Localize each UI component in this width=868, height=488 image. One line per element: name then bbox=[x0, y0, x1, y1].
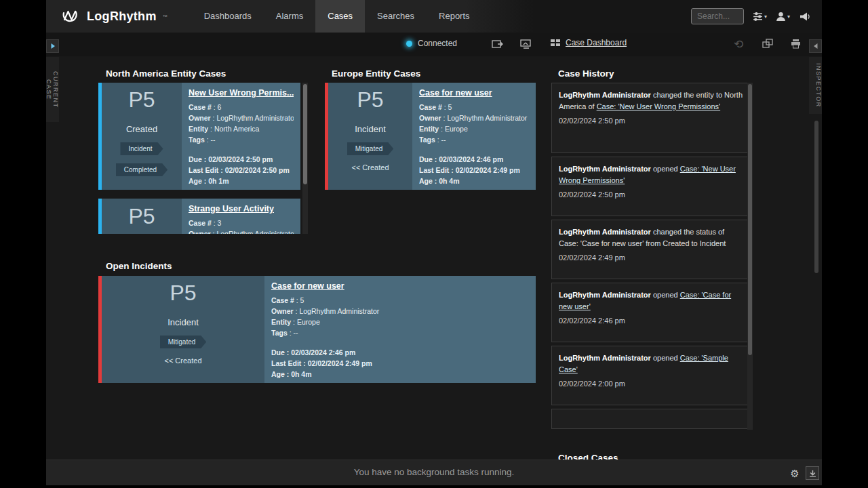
scrollbar-thumb[interactable] bbox=[303, 84, 307, 184]
case-card-case-for-new-user[interactable]: P5 Incident Mitigated << Created Case fo… bbox=[325, 83, 536, 190]
section-title-europe: Europe Entity Cases bbox=[332, 68, 420, 79]
open-case-window-button[interactable] bbox=[520, 39, 532, 52]
case-age-field: Age : 0h 4m bbox=[271, 369, 529, 380]
section-title-north-america: North America Entity Cases bbox=[106, 68, 226, 79]
case-badge-completed[interactable]: Completed bbox=[116, 163, 167, 176]
field-label: Case # bbox=[271, 296, 294, 304]
case-card-new-user-wrong-permissions[interactable]: P5 Created Incident Completed New User W… bbox=[98, 83, 300, 190]
field-label: Case # bbox=[419, 103, 442, 111]
main-nav: Dashboards Alarms Cases Searches Reports bbox=[192, 0, 482, 33]
connection-status: Connected bbox=[406, 39, 457, 48]
case-card-summary: P5 Incident Mitigated << Created bbox=[328, 83, 412, 190]
case-history-entry[interactable]: LogRhythm Administrator opened Case: 'Ne… bbox=[551, 157, 753, 216]
case-dashboard-selector[interactable]: Case Dashboard bbox=[550, 38, 627, 47]
new-case-window-button[interactable] bbox=[492, 39, 504, 52]
history-entry-text: LogRhythm Administrator changed the enti… bbox=[559, 89, 745, 112]
field-value: : 3 bbox=[214, 219, 222, 227]
nav-tab-searches[interactable]: Searches bbox=[365, 0, 427, 33]
case-status: Created bbox=[126, 124, 157, 134]
case-title-link[interactable]: Case for new user bbox=[271, 281, 529, 291]
field-label: Last Edit bbox=[189, 166, 218, 174]
field-value: : 0h 4m bbox=[435, 177, 460, 185]
field-label: Case # bbox=[189, 103, 212, 111]
chevron-down-icon: ▾ bbox=[787, 14, 790, 20]
case-history-entry[interactable]: LogRhythm Administrator changed the enti… bbox=[551, 83, 753, 153]
case-owner-field: Owner : LogRhythm Administrator bbox=[271, 306, 529, 317]
case-card-summary: P5 Created Incident Completed bbox=[102, 83, 182, 190]
history-entry-time: 02/02/2024 2:50 pm bbox=[559, 117, 745, 125]
history-actor: LogRhythm Administrator bbox=[559, 354, 651, 362]
field-label: Last Edit bbox=[271, 359, 301, 367]
case-card-open-incident-case-for-new-user[interactable]: P5 Incident Mitigated << Created Case fo… bbox=[98, 276, 536, 383]
field-label: Due bbox=[271, 348, 285, 357]
field-label: Tags bbox=[189, 136, 205, 144]
case-badge-mitigated[interactable]: Mitigated bbox=[160, 336, 207, 348]
notifications-button[interactable] bbox=[799, 12, 810, 22]
nav-tab-dashboards[interactable]: Dashboards bbox=[192, 0, 264, 33]
background-tasks-message: You have no background tasks running. bbox=[46, 467, 822, 477]
case-history-entry[interactable]: LogRhythm Administrator opened Case: 'Sa… bbox=[551, 346, 753, 405]
current-case-expand-button[interactable] bbox=[46, 39, 59, 53]
nav-tab-alarms[interactable]: Alarms bbox=[264, 0, 315, 33]
print-button[interactable] bbox=[790, 39, 802, 52]
inspector-collapse-button[interactable] bbox=[809, 39, 822, 53]
current-case-tab[interactable]: CURRENT CASE bbox=[46, 57, 59, 122]
case-due-field: Due : 02/03/2024 2:46 pm bbox=[419, 154, 529, 165]
inspector-tab[interactable]: INSPECTOR bbox=[809, 57, 822, 114]
case-tags-field: Tags : -- bbox=[271, 327, 529, 338]
user-menu[interactable]: ▾ bbox=[776, 12, 790, 22]
history-action: opened bbox=[651, 165, 680, 173]
search-input[interactable] bbox=[691, 8, 744, 24]
history-action: opened bbox=[651, 354, 680, 362]
nav-tab-reports[interactable]: Reports bbox=[427, 0, 482, 33]
history-actor: LogRhythm Administrator bbox=[559, 91, 651, 99]
gear-icon: ⚙ bbox=[790, 468, 799, 479]
case-history-scrollbar[interactable] bbox=[747, 83, 753, 430]
case-tags-field: Tags : -- bbox=[419, 134, 529, 145]
case-link[interactable]: Case: 'New User Wrong Permissions' bbox=[597, 102, 721, 110]
case-card-summary: P5 bbox=[102, 199, 182, 234]
case-history-entry[interactable]: LogRhythm Administrator changed the stat… bbox=[551, 220, 753, 279]
logrhythm-logo[interactable]: LogRhythm™ bbox=[61, 7, 167, 25]
refresh-button[interactable]: ⟲ bbox=[734, 39, 743, 51]
case-card-strange-user-activity[interactable]: P5 Strange User Activity Case # : 3 Owne… bbox=[98, 199, 300, 234]
field-value: : 0h 1m bbox=[204, 177, 229, 185]
field-value: : 02/03/2024 2:46 pm bbox=[435, 155, 504, 163]
north-america-scrollbar[interactable] bbox=[302, 83, 308, 234]
case-card-summary: P5 Incident Mitigated << Created bbox=[102, 276, 264, 383]
case-badge-incident[interactable]: Incident bbox=[120, 142, 163, 155]
field-label: Due bbox=[189, 155, 202, 163]
case-owner-field: Owner : LogRhythm Administrator bbox=[189, 228, 294, 234]
main-scrollbar[interactable] bbox=[814, 121, 818, 273]
case-title-link[interactable]: Strange User Activity bbox=[189, 204, 294, 214]
downloads-button[interactable] bbox=[806, 466, 819, 480]
field-label: Case # bbox=[189, 219, 212, 227]
brand-name: LogRhythm bbox=[87, 9, 157, 24]
case-badge-mitigated[interactable]: Mitigated bbox=[347, 142, 394, 155]
history-entry-text: LogRhythm Administrator opened Case: 'Ne… bbox=[559, 163, 745, 186]
case-meta: Due : 02/03/2024 2:46 pm Last Edit : 02/… bbox=[419, 154, 529, 186]
settings-button[interactable]: ⚙ bbox=[788, 466, 802, 480]
case-history-entry[interactable]: LogRhythm Administrator opened Case: 'Ca… bbox=[551, 283, 753, 342]
top-nav-bar: LogRhythm™ Dashboards Alarms Cases Searc… bbox=[46, 0, 822, 33]
case-title-link[interactable]: New User Wrong Permis... bbox=[189, 88, 294, 98]
field-value: : 02/02/2024 2:50 pm bbox=[220, 166, 290, 174]
case-meta: Due : 02/03/2024 2:50 pm Last Edit : 02/… bbox=[189, 154, 294, 186]
nav-tab-cases[interactable]: Cases bbox=[315, 0, 365, 33]
scrollbar-thumb[interactable] bbox=[748, 84, 752, 355]
case-number-field: Case # : 5 bbox=[419, 102, 529, 113]
case-toolbar: Connected Case Dashboard ⟲ bbox=[46, 33, 822, 56]
field-value: : -- bbox=[207, 136, 216, 144]
field-value: : 6 bbox=[214, 103, 222, 111]
user-icon bbox=[776, 12, 786, 22]
case-card-details: Case for new user Case # : 5 Owner : Log… bbox=[264, 276, 536, 383]
layout-panels-button[interactable] bbox=[762, 39, 774, 52]
field-value: : Europe bbox=[441, 125, 468, 133]
case-tags-field: Tags : -- bbox=[189, 134, 294, 145]
case-title-link[interactable]: Case for new user bbox=[419, 88, 529, 98]
case-status: Incident bbox=[355, 124, 386, 134]
collapse-left-icon bbox=[812, 43, 819, 49]
filter-settings-menu[interactable]: ▾ bbox=[753, 12, 767, 22]
field-label: Tags bbox=[271, 329, 288, 337]
connected-dot-icon bbox=[406, 41, 412, 47]
